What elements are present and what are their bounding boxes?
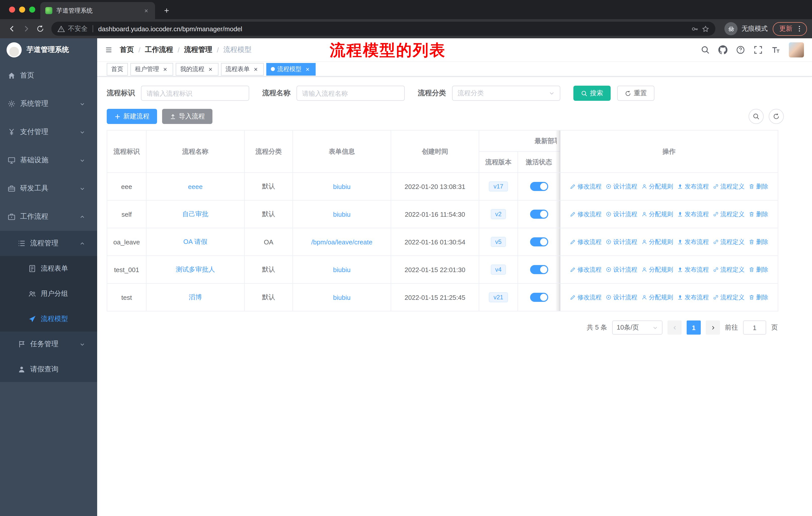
tag-close-icon[interactable]: × — [252, 65, 259, 73]
process-name-link[interactable]: 自己审批 — [182, 210, 208, 218]
process-name-link[interactable]: OA 请假 — [183, 238, 207, 245]
breadcrumb-item-2[interactable]: 流程管理 — [184, 45, 212, 54]
action-publish-link[interactable]: 发布流程 — [677, 210, 709, 218]
toggle-search-button[interactable] — [749, 109, 764, 124]
help-icon[interactable] — [736, 45, 745, 54]
back-button[interactable] — [5, 22, 19, 36]
new-tab-button[interactable] — [160, 4, 173, 17]
reset-button[interactable]: 重置 — [617, 86, 655, 101]
action-edit-link[interactable]: 修改流程 — [570, 210, 602, 218]
key-icon[interactable] — [691, 25, 699, 32]
create-process-button[interactable]: 新建流程 — [107, 109, 157, 124]
tab-close-icon[interactable] — [142, 6, 150, 15]
zoom-window-button[interactable] — [29, 6, 35, 12]
sidebar-item-system[interactable]: 系统管理 — [0, 90, 97, 118]
action-assign-link[interactable]: 分配规则 — [641, 210, 673, 218]
form-link[interactable]: biubiu — [333, 183, 350, 190]
action-publish-link[interactable]: 发布流程 — [677, 293, 709, 302]
tag-流程模型[interactable]: 流程模型× — [266, 63, 316, 75]
page-number-1[interactable]: 1 — [687, 321, 701, 334]
tag-流程表单[interactable]: 流程表单× — [221, 63, 264, 75]
action-assign-link[interactable]: 分配规则 — [641, 265, 673, 274]
tag-close-icon[interactable]: × — [207, 65, 214, 73]
action-delete-link[interactable]: 删除 — [749, 265, 768, 274]
prev-page-button[interactable] — [668, 321, 682, 334]
sidebar-item-leave-query[interactable]: 请假查询 — [0, 357, 97, 382]
tag-我的流程[interactable]: 我的流程× — [176, 63, 219, 75]
collapse-sidebar-button[interactable] — [105, 46, 112, 53]
process-name-link[interactable]: eeee — [188, 183, 203, 190]
action-delete-link[interactable]: 删除 — [749, 238, 768, 246]
action-delete-link[interactable]: 删除 — [749, 293, 768, 302]
sidebar-item-user-group[interactable]: 用户分组 — [0, 281, 97, 306]
action-edit-link[interactable]: 修改流程 — [570, 182, 602, 191]
app-logo[interactable]: 芋道管理系统 — [0, 38, 97, 61]
sidebar-item-payment[interactable]: 支付管理 — [0, 118, 97, 146]
action-edit-link[interactable]: 修改流程 — [570, 238, 602, 246]
reload-button[interactable] — [33, 22, 47, 36]
browser-update-button[interactable]: 更新 — [773, 22, 807, 35]
tag-首页[interactable]: 首页 — [107, 63, 128, 75]
sidebar-item-devtools[interactable]: 研发工具 — [0, 174, 97, 202]
bookmark-star-icon[interactable] — [702, 25, 709, 32]
active-toggle[interactable] — [530, 210, 548, 219]
action-link-link[interactable]: 流程定义 — [713, 182, 745, 191]
action-assign-link[interactable]: 分配规则 — [641, 293, 673, 302]
action-design-link[interactable]: 设计流程 — [606, 182, 637, 191]
action-assign-link[interactable]: 分配规则 — [641, 182, 673, 191]
sidebar-item-task-manage[interactable]: 任务管理 — [0, 332, 97, 357]
filter-select-process-category[interactable]: 流程分类 — [452, 86, 560, 101]
sidebar-item-infrastructure[interactable]: 基础设施 — [0, 146, 97, 174]
page-size-select[interactable]: 10条/页 — [612, 321, 663, 334]
refresh-table-button[interactable] — [769, 109, 784, 124]
action-publish-link[interactable]: 发布流程 — [677, 238, 709, 246]
minimize-window-button[interactable] — [19, 6, 25, 12]
breadcrumb-item-1[interactable]: 工作流程 — [145, 45, 173, 54]
active-toggle[interactable] — [530, 265, 548, 274]
user-avatar[interactable] — [789, 42, 804, 57]
browser-menu-icon[interactable] — [796, 25, 803, 32]
browser-tab[interactable]: 芋道管理系统 — [40, 2, 155, 19]
security-label[interactable]: 不安全 — [68, 24, 88, 33]
action-link-link[interactable]: 流程定义 — [713, 265, 745, 274]
tag-租户管理[interactable]: 租户管理× — [130, 63, 173, 75]
action-publish-link[interactable]: 发布流程 — [677, 182, 709, 191]
action-delete-link[interactable]: 删除 — [749, 182, 768, 191]
form-link[interactable]: biubiu — [333, 266, 350, 273]
close-window-button[interactable] — [9, 6, 15, 12]
action-design-link[interactable]: 设计流程 — [606, 238, 637, 246]
action-design-link[interactable]: 设计流程 — [606, 265, 637, 274]
sidebar-item-process-model[interactable]: 流程模型 — [0, 306, 97, 332]
action-link-link[interactable]: 流程定义 — [713, 238, 745, 246]
search-icon[interactable] — [701, 45, 710, 54]
action-edit-link[interactable]: 修改流程 — [570, 265, 602, 274]
form-link[interactable]: biubiu — [333, 294, 350, 301]
tag-close-icon[interactable]: × — [162, 65, 169, 73]
url-text[interactable]: dashboard.yudao.iocoder.cn/bpm/manager/m… — [98, 25, 688, 32]
active-toggle[interactable] — [530, 293, 548, 302]
sidebar-item-home[interactable]: 首页 — [0, 61, 97, 90]
action-design-link[interactable]: 设计流程 — [606, 293, 637, 302]
goto-page-input[interactable] — [743, 321, 766, 334]
action-publish-link[interactable]: 发布流程 — [677, 265, 709, 274]
sidebar-item-process-manage[interactable]: 流程管理 — [0, 231, 97, 256]
action-delete-link[interactable]: 删除 — [749, 210, 768, 218]
form-link[interactable]: biubiu — [333, 210, 350, 218]
forward-button[interactable] — [19, 22, 33, 36]
active-toggle[interactable] — [530, 182, 548, 191]
action-link-link[interactable]: 流程定义 — [713, 293, 745, 302]
action-assign-link[interactable]: 分配规则 — [641, 238, 673, 246]
sidebar-item-process-form[interactable]: 流程表单 — [0, 256, 97, 281]
font-size-icon[interactable] — [771, 45, 780, 54]
active-toggle[interactable] — [530, 237, 548, 246]
breadcrumb-item-0[interactable]: 首页 — [120, 45, 134, 54]
next-page-button[interactable] — [706, 321, 720, 334]
tag-close-icon[interactable]: × — [304, 65, 311, 73]
filter-input-process-name[interactable] — [296, 86, 405, 101]
search-button[interactable]: 搜索 — [573, 86, 611, 101]
github-icon[interactable] — [718, 45, 727, 54]
sidebar-item-workflow[interactable]: 工作流程 — [0, 202, 97, 231]
action-edit-link[interactable]: 修改流程 — [570, 293, 602, 302]
import-process-button[interactable]: 导入流程 — [162, 109, 212, 124]
incognito-avatar[interactable] — [724, 22, 737, 35]
